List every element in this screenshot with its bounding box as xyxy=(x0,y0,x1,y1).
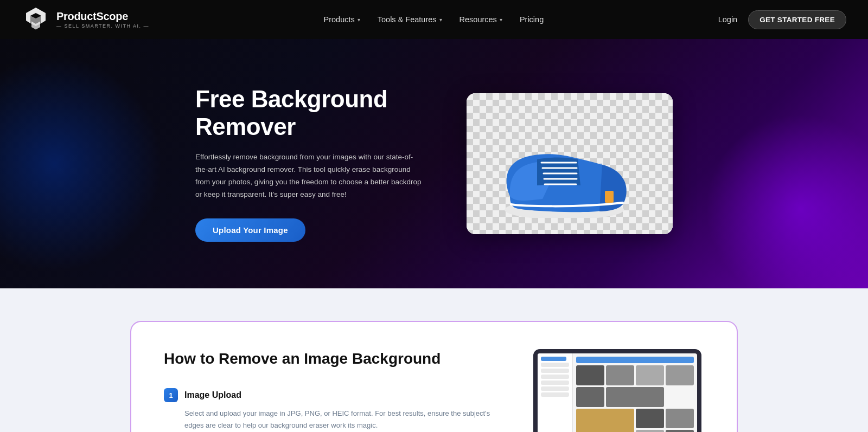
sidebar-item-4 xyxy=(541,381,569,385)
monitor-toolbar xyxy=(576,357,694,363)
tools-chevron-icon: ▾ xyxy=(439,17,442,23)
grid-cell-3 xyxy=(636,365,664,385)
grid-cell-1 xyxy=(576,365,604,385)
hero-text: Free Background Remover Effortlessly rem… xyxy=(195,86,423,242)
how-to-card: How to Remove an Image Background 1 Imag… xyxy=(130,321,738,432)
grid-cell-9 xyxy=(666,409,694,429)
sidebar-item-1 xyxy=(541,363,569,367)
navbar: ProductScope — SELL SMARTER. WITH AI. — … xyxy=(0,0,868,39)
hero-title: Free Background Remover xyxy=(195,86,423,140)
svg-rect-10 xyxy=(605,191,614,203)
nav-tools-features[interactable]: Tools & Features ▾ xyxy=(371,11,449,28)
upload-image-button[interactable]: Upload Your Image xyxy=(195,218,305,242)
logo-area: ProductScope — SELL SMARTER. WITH AI. — xyxy=(22,5,149,34)
hero-content: Free Background Remover Effortlessly rem… xyxy=(108,53,760,274)
grid-cell-5 xyxy=(576,387,604,407)
products-chevron-icon: ▾ xyxy=(358,17,360,23)
how-to-monitor-mockup xyxy=(531,349,704,432)
monitor-sidebar xyxy=(538,353,573,432)
login-button[interactable]: Login xyxy=(718,15,737,24)
how-to-left: How to Remove an Image Background 1 Imag… xyxy=(164,349,498,432)
logo-text: ProductScope — SELL SMARTER. WITH AI. — xyxy=(56,10,149,29)
grid-cell-7 xyxy=(576,409,634,433)
hero-section: Free Background Remover Effortlessly rem… xyxy=(0,39,868,288)
grid-cell-11 xyxy=(666,430,694,432)
nav-pricing[interactable]: Pricing xyxy=(513,11,550,28)
step-1: 1 Image Upload Select and upload your im… xyxy=(164,388,498,431)
nav-products[interactable]: Products ▾ xyxy=(317,11,367,28)
resources-chevron-icon: ▾ xyxy=(500,17,502,23)
grid-cell-6 xyxy=(606,387,664,407)
step-1-description: Select and upload your image in JPG, PNG… xyxy=(164,408,498,431)
sidebar-item-3 xyxy=(541,375,569,379)
nav-resources[interactable]: Resources ▾ xyxy=(453,11,509,28)
shoe-product-image xyxy=(467,93,673,234)
grid-cell-10 xyxy=(636,430,664,432)
step-1-header: 1 Image Upload xyxy=(164,388,498,402)
grid-cell-4 xyxy=(666,365,694,385)
grid-cell-8 xyxy=(636,409,664,429)
step-1-number: 1 xyxy=(164,388,178,402)
navbar-right: Login GET STARTED FREE xyxy=(718,10,846,29)
logo-icon xyxy=(22,5,50,34)
monitor-main-area xyxy=(573,353,697,432)
monitor-screen xyxy=(533,349,701,432)
nav-menu: Products ▾ Tools & Features ▾ Resources … xyxy=(317,11,551,28)
monitor-inner xyxy=(538,353,697,432)
how-to-section: How to Remove an Image Background 1 Imag… xyxy=(0,288,868,432)
grid-cell-2 xyxy=(606,365,634,385)
sidebar-item-5 xyxy=(541,386,569,391)
sidebar-item-2 xyxy=(541,369,569,373)
how-to-title: How to Remove an Image Background xyxy=(164,349,498,369)
monitor-device xyxy=(533,349,701,432)
logo-name: ProductScope xyxy=(56,10,149,23)
step-1-title: Image Upload xyxy=(184,390,241,400)
sidebar-item-active xyxy=(541,357,566,361)
logo-tagline: — SELL SMARTER. WITH AI. — xyxy=(56,23,149,29)
hero-product-image xyxy=(467,93,673,234)
hero-description: Effortlessly remove background from your… xyxy=(195,151,423,201)
get-started-button[interactable]: GET STARTED FREE xyxy=(748,10,846,29)
monitor-image-grid xyxy=(576,365,694,432)
sidebar-item-6 xyxy=(541,392,569,397)
